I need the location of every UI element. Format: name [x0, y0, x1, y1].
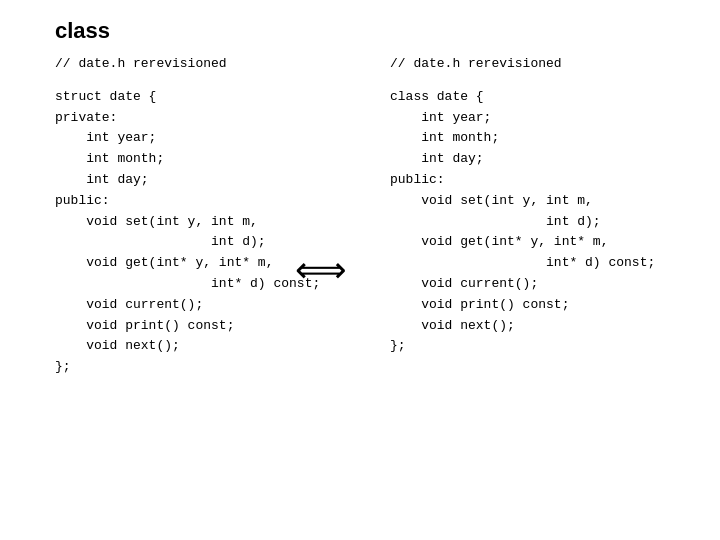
left-comment: // date.h rerevisioned — [55, 54, 355, 75]
arrow-symbol: ⟺ — [295, 252, 347, 293]
left-panel: // date.h rerevisioned struct date { pri… — [55, 54, 355, 378]
right-comment: // date.h rerevisioned — [390, 54, 655, 75]
left-code: struct date { private: int year; int mon… — [55, 87, 355, 378]
page-title: class — [0, 0, 720, 54]
right-panel: // date.h rerevisioned class date { int … — [390, 54, 655, 357]
right-code: class date { int year; int month; int da… — [390, 87, 655, 357]
double-arrow-icon: ⟺ — [295, 249, 347, 293]
